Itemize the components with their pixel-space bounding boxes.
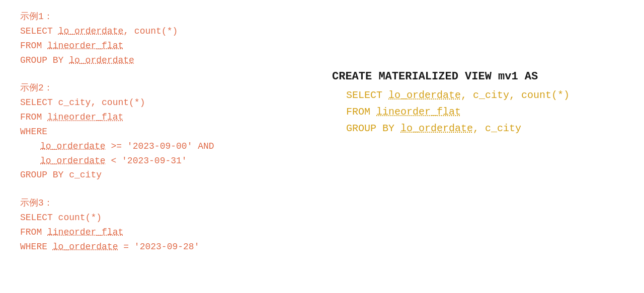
lo-orderdate-ref-1: lo_orderdate bbox=[58, 26, 124, 36]
lo-orderdate-mv-ref-1: lo_orderdate bbox=[388, 89, 461, 101]
lineorder-flat-mv-ref: lineorder_flat bbox=[376, 106, 461, 118]
lineorder-flat-ref-1: lineorder_flat bbox=[47, 41, 123, 51]
lineorder-flat-ref-2: lineorder_flat bbox=[47, 112, 123, 122]
lo-orderdate-ref-5: lo_orderdate bbox=[53, 242, 118, 252]
section-1: 示例1： SELECT lo_orderdate, count(*) FROM … bbox=[20, 10, 312, 67]
section-3: 示例3： SELECT count(*) FROM lineorder_flat… bbox=[20, 197, 312, 254]
section-3-header: 示例3： bbox=[20, 197, 312, 209]
lo-orderdate-mv-ref-2: lo_orderdate bbox=[400, 123, 473, 134]
section-2-line-2: FROM lineorder_flat bbox=[20, 110, 312, 125]
section-2-line-5: lo_orderdate < '2023-09-31' bbox=[20, 154, 312, 168]
lo-orderdate-ref-3: lo_orderdate bbox=[40, 141, 106, 151]
right-panel: CREATE MATERIALIZED VIEW mv1 AS SELECT l… bbox=[332, 70, 634, 137]
mv-header: CREATE MATERIALIZED VIEW mv1 AS bbox=[332, 70, 634, 83]
section-3-line-2: FROM lineorder_flat bbox=[20, 225, 312, 240]
section-1-line-3: GROUP BY lo_orderdate bbox=[20, 53, 312, 68]
mv-line-3: GROUP BY lo_orderdate, c_city bbox=[332, 120, 634, 137]
lo-orderdate-ref-4: lo_orderdate bbox=[40, 156, 106, 166]
section-2: 示例2： SELECT c_city, count(*) FROM lineor… bbox=[20, 81, 312, 182]
section-2-line-1: SELECT c_city, count(*) bbox=[20, 95, 312, 110]
section-1-line-1: SELECT lo_orderdate, count(*) bbox=[20, 24, 312, 39]
lo-orderdate-ref-2: lo_orderdate bbox=[69, 55, 134, 65]
section-2-header: 示例2： bbox=[20, 81, 312, 93]
mv-line-1: SELECT lo_orderdate, c_city, count(*) bbox=[332, 87, 634, 104]
section-1-header: 示例1： bbox=[20, 10, 312, 22]
section-2-line-6: GROUP BY c_city bbox=[20, 168, 312, 182]
section-2-line-3: WHERE bbox=[20, 125, 312, 139]
left-panel: 示例1： SELECT lo_orderdate, count(*) FROM … bbox=[20, 10, 312, 268]
section-2-line-4: lo_orderdate >= '2023-09-00' AND bbox=[20, 139, 312, 154]
section-3-line-1: SELECT count(*) bbox=[20, 211, 312, 225]
section-3-line-3: WHERE lo_orderdate = '2023-09-28' bbox=[20, 240, 312, 254]
section-1-line-2: FROM lineorder_flat bbox=[20, 39, 312, 53]
mv-line-2: FROM lineorder_flat bbox=[332, 104, 634, 120]
lineorder-flat-ref-3: lineorder_flat bbox=[47, 227, 123, 237]
